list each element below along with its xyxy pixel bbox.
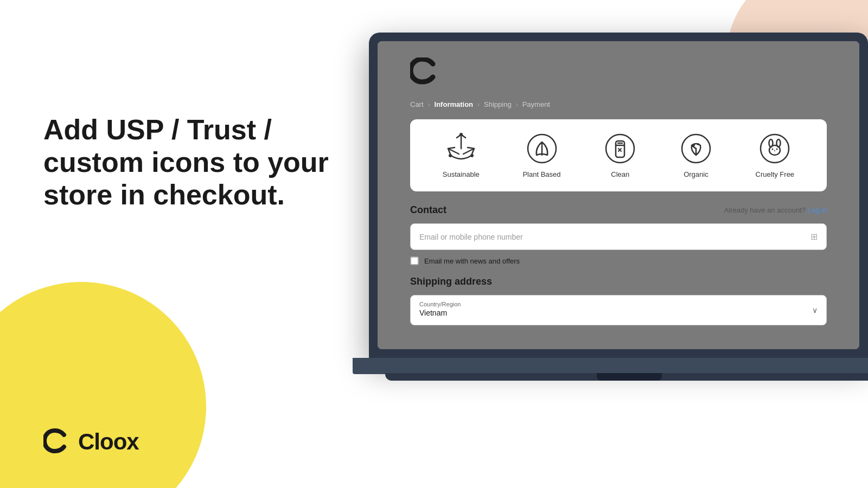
svg-point-18 xyxy=(774,150,775,151)
usp-plant-based-label: Plant Based xyxy=(522,170,560,178)
svg-point-12 xyxy=(761,134,789,163)
laptop-body: Cart › Information › Shipping › Payment xyxy=(369,33,868,358)
svg-point-1 xyxy=(470,154,474,157)
newsletter-label: Email me with news and offers xyxy=(424,257,520,265)
svg-point-15 xyxy=(777,139,781,147)
store-logo xyxy=(410,57,827,89)
breadcrumb-information[interactable]: Information xyxy=(435,100,474,108)
breadcrumb-shipping[interactable]: Shipping xyxy=(484,100,512,108)
laptop-screen: Cart › Information › Shipping › Payment xyxy=(378,41,859,349)
left-panel: Add USP / Trust / custom icons to your s… xyxy=(0,0,380,488)
tube-icon xyxy=(604,132,636,165)
newsletter-checkbox[interactable] xyxy=(410,256,419,265)
svg-point-5 xyxy=(606,134,634,163)
usp-clean: Clean xyxy=(604,132,636,178)
country-value: Vietnam xyxy=(419,309,818,317)
checkout-page: Cart › Information › Shipping › Payment xyxy=(378,41,859,349)
email-field[interactable]: Email or mobile phone number ⊞ xyxy=(410,223,827,250)
leaf-icon xyxy=(526,132,558,165)
laptop-mockup: Cart › Information › Shipping › Payment xyxy=(369,33,868,455)
usp-banner: Sustainable Plant Based xyxy=(410,119,827,191)
svg-point-11 xyxy=(697,143,699,145)
breadcrumb-sep-1: › xyxy=(428,101,430,108)
cloox-logo-icon xyxy=(43,428,71,455)
usp-clean-label: Clean xyxy=(611,170,629,178)
svg-point-2 xyxy=(459,133,463,136)
usp-sustainable: Sustainable xyxy=(443,132,480,178)
laptop-base xyxy=(353,358,868,374)
usp-cruelty-free: Cruelty Free xyxy=(756,132,795,178)
svg-point-17 xyxy=(776,149,778,150)
usp-organic-label: Organic xyxy=(684,170,709,178)
breadcrumb-payment[interactable]: Payment xyxy=(522,100,550,108)
brand-name: Cloox xyxy=(78,429,139,455)
usp-organic: Organic xyxy=(680,132,712,178)
svg-point-10 xyxy=(693,144,695,146)
biometrics-icon: ⊞ xyxy=(810,232,818,242)
headline: Add USP / Trust / custom icons to your s… xyxy=(43,114,336,211)
cruelty-free-icon xyxy=(758,132,791,165)
breadcrumb-cart[interactable]: Cart xyxy=(410,100,424,108)
breadcrumb-sep-2: › xyxy=(477,101,480,108)
svg-point-14 xyxy=(769,139,773,147)
chevron-down-icon: ∨ xyxy=(812,306,818,314)
brand-logo: Cloox xyxy=(43,428,139,455)
organic-icon xyxy=(680,132,712,165)
usp-cruelty-free-label: Cruelty Free xyxy=(756,170,795,178)
contact-title: Contact xyxy=(410,204,446,216)
contact-header: Contact Already have an account? Log in xyxy=(410,204,827,216)
shipping-title: Shipping address xyxy=(410,276,827,287)
country-label: Country/Region xyxy=(419,301,818,307)
login-link[interactable]: Log in xyxy=(808,206,827,214)
laptop-notch xyxy=(597,373,662,381)
account-text: Already have an account? Log in xyxy=(724,206,827,214)
email-placeholder: Email or mobile phone number xyxy=(419,233,523,241)
svg-point-0 xyxy=(449,154,452,157)
svg-point-16 xyxy=(772,149,774,150)
breadcrumb-sep-3: › xyxy=(516,101,518,108)
breadcrumb: Cart › Information › Shipping › Payment xyxy=(410,100,827,108)
usp-plant-based: Plant Based xyxy=(522,132,560,178)
newsletter-row: Email me with news and offers xyxy=(410,256,827,265)
recycle-icon xyxy=(445,132,477,165)
country-select[interactable]: Country/Region Vietnam ∨ xyxy=(410,295,827,325)
usp-sustainable-label: Sustainable xyxy=(443,170,480,178)
